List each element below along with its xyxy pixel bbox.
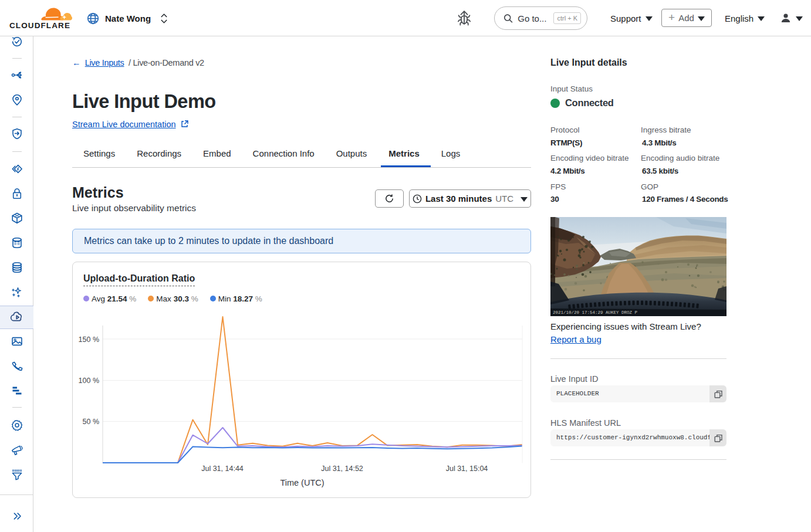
svg-text:Time (UTC): Time (UTC)	[280, 478, 324, 487]
svg-text:2021/10/20 17:54:29 AUKEY DROZ: 2021/10/20 17:54:29 AUKEY DROZ P	[553, 310, 638, 315]
svg-text:100 %: 100 %	[79, 377, 99, 385]
svg-text:Jul 31, 14:52: Jul 31, 14:52	[321, 465, 363, 473]
svg-text:Jul 31, 15:04: Jul 31, 15:04	[446, 465, 488, 473]
svg-text:Jul 31, 14:44: Jul 31, 14:44	[201, 465, 244, 473]
svg-text:50 %: 50 %	[83, 418, 100, 426]
svg-text:150 %: 150 %	[79, 336, 99, 344]
